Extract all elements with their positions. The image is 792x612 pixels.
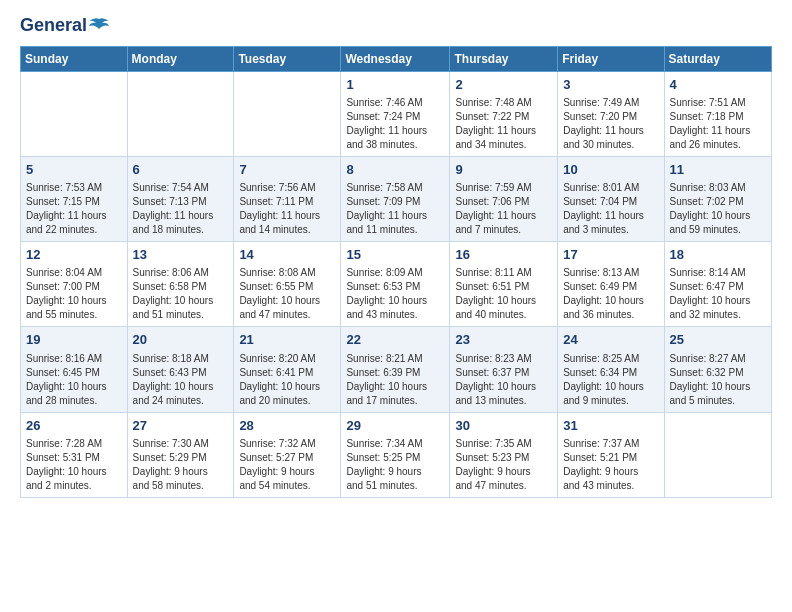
page: General SundayMondayTuesdayWednesdayThur… (0, 0, 792, 612)
day-info: Sunrise: 7:32 AM Sunset: 5:27 PM Dayligh… (239, 438, 315, 491)
day-number: 7 (239, 161, 335, 179)
calendar-cell: 23Sunrise: 8:23 AM Sunset: 6:37 PM Dayli… (450, 327, 558, 412)
calendar-week-4: 19Sunrise: 8:16 AM Sunset: 6:45 PM Dayli… (21, 327, 772, 412)
calendar-cell: 3Sunrise: 7:49 AM Sunset: 7:20 PM Daylig… (558, 71, 664, 156)
weekday-header-wednesday: Wednesday (341, 46, 450, 71)
day-info: Sunrise: 8:23 AM Sunset: 6:37 PM Dayligh… (455, 353, 536, 406)
day-info: Sunrise: 7:48 AM Sunset: 7:22 PM Dayligh… (455, 97, 536, 150)
calendar-cell: 25Sunrise: 8:27 AM Sunset: 6:32 PM Dayli… (664, 327, 771, 412)
calendar-cell: 13Sunrise: 8:06 AM Sunset: 6:58 PM Dayli… (127, 242, 234, 327)
day-number: 29 (346, 417, 444, 435)
day-number: 16 (455, 246, 552, 264)
day-info: Sunrise: 8:04 AM Sunset: 7:00 PM Dayligh… (26, 267, 107, 320)
day-number: 9 (455, 161, 552, 179)
day-number: 20 (133, 331, 229, 349)
calendar-cell: 27Sunrise: 7:30 AM Sunset: 5:29 PM Dayli… (127, 412, 234, 497)
calendar-cell: 28Sunrise: 7:32 AM Sunset: 5:27 PM Dayli… (234, 412, 341, 497)
day-number: 18 (670, 246, 766, 264)
day-info: Sunrise: 8:01 AM Sunset: 7:04 PM Dayligh… (563, 182, 644, 235)
calendar-cell: 19Sunrise: 8:16 AM Sunset: 6:45 PM Dayli… (21, 327, 128, 412)
calendar-cell: 8Sunrise: 7:58 AM Sunset: 7:09 PM Daylig… (341, 156, 450, 241)
calendar-cell: 4Sunrise: 7:51 AM Sunset: 7:18 PM Daylig… (664, 71, 771, 156)
calendar-cell: 30Sunrise: 7:35 AM Sunset: 5:23 PM Dayli… (450, 412, 558, 497)
day-number: 30 (455, 417, 552, 435)
day-info: Sunrise: 7:51 AM Sunset: 7:18 PM Dayligh… (670, 97, 751, 150)
calendar-cell: 10Sunrise: 8:01 AM Sunset: 7:04 PM Dayli… (558, 156, 664, 241)
calendar-cell: 15Sunrise: 8:09 AM Sunset: 6:53 PM Dayli… (341, 242, 450, 327)
weekday-header-tuesday: Tuesday (234, 46, 341, 71)
day-info: Sunrise: 7:37 AM Sunset: 5:21 PM Dayligh… (563, 438, 639, 491)
day-number: 4 (670, 76, 766, 94)
calendar-cell (234, 71, 341, 156)
calendar-week-3: 12Sunrise: 8:04 AM Sunset: 7:00 PM Dayli… (21, 242, 772, 327)
calendar-week-5: 26Sunrise: 7:28 AM Sunset: 5:31 PM Dayli… (21, 412, 772, 497)
day-number: 19 (26, 331, 122, 349)
calendar-cell: 31Sunrise: 7:37 AM Sunset: 5:21 PM Dayli… (558, 412, 664, 497)
calendar-cell: 9Sunrise: 7:59 AM Sunset: 7:06 PM Daylig… (450, 156, 558, 241)
calendar-cell: 6Sunrise: 7:54 AM Sunset: 7:13 PM Daylig… (127, 156, 234, 241)
day-info: Sunrise: 8:25 AM Sunset: 6:34 PM Dayligh… (563, 353, 644, 406)
day-info: Sunrise: 7:35 AM Sunset: 5:23 PM Dayligh… (455, 438, 531, 491)
day-number: 12 (26, 246, 122, 264)
day-number: 15 (346, 246, 444, 264)
day-number: 8 (346, 161, 444, 179)
day-number: 17 (563, 246, 658, 264)
calendar-cell: 29Sunrise: 7:34 AM Sunset: 5:25 PM Dayli… (341, 412, 450, 497)
calendar-header-row: SundayMondayTuesdayWednesdayThursdayFrid… (21, 46, 772, 71)
day-number: 10 (563, 161, 658, 179)
weekday-header-saturday: Saturday (664, 46, 771, 71)
logo-text: General (20, 16, 109, 36)
day-info: Sunrise: 8:14 AM Sunset: 6:47 PM Dayligh… (670, 267, 751, 320)
calendar-cell (664, 412, 771, 497)
day-number: 23 (455, 331, 552, 349)
calendar-week-2: 5Sunrise: 7:53 AM Sunset: 7:15 PM Daylig… (21, 156, 772, 241)
calendar-cell (21, 71, 128, 156)
calendar-table: SundayMondayTuesdayWednesdayThursdayFrid… (20, 46, 772, 498)
day-number: 27 (133, 417, 229, 435)
day-info: Sunrise: 8:18 AM Sunset: 6:43 PM Dayligh… (133, 353, 214, 406)
day-number: 25 (670, 331, 766, 349)
day-number: 5 (26, 161, 122, 179)
day-info: Sunrise: 7:49 AM Sunset: 7:20 PM Dayligh… (563, 97, 644, 150)
day-info: Sunrise: 8:06 AM Sunset: 6:58 PM Dayligh… (133, 267, 214, 320)
calendar-cell: 20Sunrise: 8:18 AM Sunset: 6:43 PM Dayli… (127, 327, 234, 412)
day-number: 2 (455, 76, 552, 94)
day-info: Sunrise: 7:30 AM Sunset: 5:29 PM Dayligh… (133, 438, 209, 491)
day-number: 26 (26, 417, 122, 435)
day-info: Sunrise: 7:28 AM Sunset: 5:31 PM Dayligh… (26, 438, 107, 491)
day-number: 28 (239, 417, 335, 435)
weekday-header-thursday: Thursday (450, 46, 558, 71)
calendar-week-1: 1Sunrise: 7:46 AM Sunset: 7:24 PM Daylig… (21, 71, 772, 156)
day-info: Sunrise: 8:13 AM Sunset: 6:49 PM Dayligh… (563, 267, 644, 320)
calendar-cell: 26Sunrise: 7:28 AM Sunset: 5:31 PM Dayli… (21, 412, 128, 497)
weekday-header-monday: Monday (127, 46, 234, 71)
calendar-cell: 14Sunrise: 8:08 AM Sunset: 6:55 PM Dayli… (234, 242, 341, 327)
logo-general: General (20, 15, 87, 35)
day-number: 1 (346, 76, 444, 94)
day-info: Sunrise: 7:56 AM Sunset: 7:11 PM Dayligh… (239, 182, 320, 235)
day-number: 3 (563, 76, 658, 94)
day-info: Sunrise: 8:11 AM Sunset: 6:51 PM Dayligh… (455, 267, 536, 320)
day-info: Sunrise: 7:54 AM Sunset: 7:13 PM Dayligh… (133, 182, 214, 235)
day-info: Sunrise: 7:58 AM Sunset: 7:09 PM Dayligh… (346, 182, 427, 235)
day-info: Sunrise: 7:34 AM Sunset: 5:25 PM Dayligh… (346, 438, 422, 491)
day-number: 22 (346, 331, 444, 349)
day-info: Sunrise: 8:21 AM Sunset: 6:39 PM Dayligh… (346, 353, 427, 406)
logo: General (20, 16, 109, 36)
calendar-cell: 21Sunrise: 8:20 AM Sunset: 6:41 PM Dayli… (234, 327, 341, 412)
weekday-header-sunday: Sunday (21, 46, 128, 71)
day-number: 6 (133, 161, 229, 179)
calendar-cell: 2Sunrise: 7:48 AM Sunset: 7:22 PM Daylig… (450, 71, 558, 156)
day-number: 21 (239, 331, 335, 349)
calendar-cell: 17Sunrise: 8:13 AM Sunset: 6:49 PM Dayli… (558, 242, 664, 327)
calendar-cell: 12Sunrise: 8:04 AM Sunset: 7:00 PM Dayli… (21, 242, 128, 327)
day-info: Sunrise: 8:08 AM Sunset: 6:55 PM Dayligh… (239, 267, 320, 320)
day-info: Sunrise: 7:59 AM Sunset: 7:06 PM Dayligh… (455, 182, 536, 235)
day-info: Sunrise: 8:09 AM Sunset: 6:53 PM Dayligh… (346, 267, 427, 320)
day-number: 24 (563, 331, 658, 349)
calendar-cell: 1Sunrise: 7:46 AM Sunset: 7:24 PM Daylig… (341, 71, 450, 156)
calendar-cell: 18Sunrise: 8:14 AM Sunset: 6:47 PM Dayli… (664, 242, 771, 327)
calendar-cell: 16Sunrise: 8:11 AM Sunset: 6:51 PM Dayli… (450, 242, 558, 327)
weekday-header-friday: Friday (558, 46, 664, 71)
calendar-cell: 24Sunrise: 8:25 AM Sunset: 6:34 PM Dayli… (558, 327, 664, 412)
